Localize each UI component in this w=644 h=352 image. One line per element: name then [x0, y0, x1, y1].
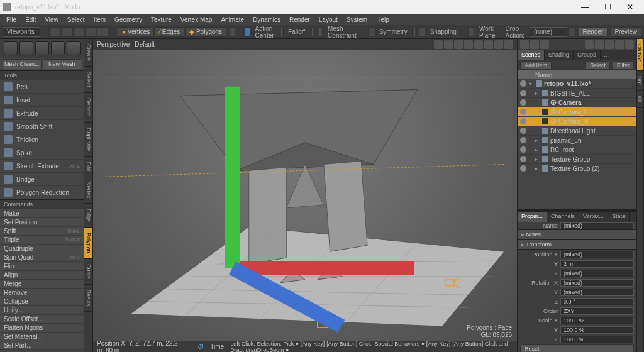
scene-item[interactable]: ⦿ Camera	[518, 98, 636, 107]
menu-vertex-map[interactable]: Vertex Map	[177, 15, 216, 25]
action-center-label[interactable]: Action Center	[253, 25, 277, 39]
tool-smooth-shift[interactable]: Smooth Shift	[0, 120, 84, 133]
cmd-split[interactable]: SplitCtrl-L	[0, 227, 84, 236]
cmd-unify---[interactable]: Unify...	[0, 306, 84, 315]
proptab-proper[interactable]: Proper...	[518, 212, 547, 222]
proptab-vertex[interactable]: Vertex...	[579, 212, 608, 222]
menu-help[interactable]: Help	[372, 15, 393, 25]
menu-animate[interactable]: Animate	[217, 15, 248, 25]
tool-icon[interactable]	[85, 27, 96, 37]
scene-item[interactable]: ⦿ Camera_L	[518, 107, 636, 117]
scene-item[interactable]: ▸Texture Group (2)	[518, 164, 636, 173]
edges-mode[interactable]: ∕ Edges	[155, 27, 184, 37]
panel-icon[interactable]	[585, 40, 594, 49]
menu-geometry[interactable]: Geometry	[111, 15, 146, 25]
shading-mode[interactable]: Default	[135, 41, 155, 48]
cmd-quadruple[interactable]: Quadruple	[0, 245, 84, 253]
vtab-right-0[interactable]: Cam/V...	[637, 39, 643, 71]
tool-spike[interactable]: Spike	[0, 146, 84, 160]
menu-view[interactable]: View	[41, 15, 62, 25]
panel-icon[interactable]	[540, 40, 549, 49]
panel-icon[interactable]	[605, 40, 614, 49]
select-button[interactable]: Select	[586, 61, 610, 70]
panel-icon[interactable]	[595, 40, 604, 49]
cmd-set-part---[interactable]: Set Part...	[0, 341, 84, 350]
mesh-constraint-label[interactable]: Mesh Constraint	[325, 25, 359, 39]
mesh-constraint-icon[interactable]	[317, 27, 323, 37]
menu-dynamics[interactable]: Dynamics	[249, 15, 284, 25]
cmd-set-position---[interactable]: Set Position...	[0, 218, 84, 227]
tool-icon[interactable]	[61, 27, 72, 37]
cmd-flatten-ngons[interactable]: Flatten Ngons	[0, 324, 84, 333]
vp-option-icon[interactable]	[494, 40, 503, 49]
menu-file[interactable]: File	[3, 15, 20, 25]
view-mode[interactable]: Perspective	[97, 41, 130, 48]
scale-tool-icon[interactable]	[35, 41, 49, 55]
tab-shading[interactable]: Shading	[545, 50, 574, 60]
snapping-label[interactable]: Snapping	[428, 28, 459, 35]
close-button[interactable]: ✕	[619, 0, 641, 14]
transform-field[interactable]: (mixed)	[560, 251, 634, 258]
transform-field[interactable]: 100.0 %	[560, 336, 634, 343]
tab-scenes[interactable]: Scenes	[518, 50, 545, 60]
render-button[interactable]: Render	[579, 27, 608, 37]
move-tool-icon[interactable]	[4, 41, 18, 55]
workplane-label[interactable]: Work Plane	[477, 25, 498, 39]
vtab-right-1[interactable]: Nut	[637, 71, 643, 91]
tool-inset[interactable]: Inset	[0, 94, 84, 107]
cmd-make[interactable]: Make	[0, 209, 84, 218]
proptab-channels[interactable]: Channels	[547, 212, 579, 222]
tool-icon[interactable]	[97, 27, 108, 37]
vtab-right-2[interactable]: Kit	[637, 91, 643, 108]
scene-item[interactable]: ▸BIGSITE_ALL	[518, 89, 636, 98]
minimize-button[interactable]: —	[574, 0, 596, 14]
scene-item[interactable]: ⦿ Camera_R	[518, 117, 636, 126]
viewports-dropdown[interactable]: Viewports	[3, 27, 40, 37]
tool-thicken[interactable]: Thicken	[0, 133, 84, 146]
menu-system[interactable]: System	[343, 15, 371, 25]
menu-texture[interactable]: Texture	[147, 15, 175, 25]
transform-field[interactable]: (mixed)	[560, 270, 634, 277]
rotate-tool-icon[interactable]	[19, 41, 33, 55]
vtab-create[interactable]: Create	[84, 39, 92, 67]
vertices-mode[interactable]: ● Vertices	[118, 27, 154, 37]
cmd-triple[interactable]: TripleShift-T	[0, 236, 84, 245]
symmetry-label[interactable]: Symmetry	[377, 28, 410, 35]
vp-option-icon[interactable]	[504, 40, 513, 49]
axis-gizmo[interactable]	[93, 50, 517, 341]
vp-option-icon[interactable]	[444, 40, 453, 49]
transform-section[interactable]: Transform	[518, 239, 636, 250]
vp-option-icon[interactable]	[454, 40, 463, 49]
transform-tool-icon[interactable]	[51, 41, 65, 55]
vtab-curve[interactable]: Curve	[84, 259, 92, 285]
cmd-align[interactable]: Align	[0, 271, 84, 280]
transform-field[interactable]: ZXY	[560, 307, 634, 315]
workplane-icon[interactable]	[468, 27, 474, 37]
menu-select[interactable]: Select	[64, 15, 89, 25]
tool-polygon-reduction[interactable]: Polygon Reduction	[0, 186, 84, 199]
vtab-vertex[interactable]: Vertex	[84, 177, 92, 204]
falloff-label[interactable]: Falloff	[286, 28, 308, 35]
transform-field[interactable]: 0.0 °	[560, 298, 634, 305]
tool-sketch-extrude[interactable]: Sketch ExtrudeAlt-E	[0, 160, 84, 173]
vtab-polygon[interactable]: Polygon	[84, 228, 92, 259]
vp-option-icon[interactable]	[474, 40, 483, 49]
panel-icon[interactable]	[625, 40, 634, 49]
transform-field[interactable]: (mixed)	[560, 289, 634, 296]
panel-icon[interactable]	[520, 40, 529, 49]
center-tool-icon[interactable]	[67, 41, 80, 55]
tool-icon[interactable]	[49, 27, 60, 37]
reset-button[interactable]: Reset	[520, 344, 634, 352]
tool-bridge[interactable]: Bridge	[0, 173, 84, 186]
scene-item[interactable]: ▸Texture Group	[518, 155, 636, 164]
vtab-edit[interactable]: Edit	[84, 157, 92, 177]
filter-button[interactable]: Filter	[613, 61, 634, 70]
transform-field[interactable]: (mixed)	[560, 279, 634, 287]
vtab-edge[interactable]: Edge	[84, 204, 92, 228]
notes-section[interactable]: Notes	[518, 229, 636, 239]
transform-field[interactable]: 100.0 %	[560, 317, 634, 324]
add-item-button[interactable]: Add Item	[520, 61, 552, 70]
new-mesh-button[interactable]: New Mesh	[43, 59, 82, 69]
vtab-deform[interactable]: Deform	[84, 93, 92, 123]
scene-item[interactable]: ▾retopo_v11.lxo*	[518, 79, 636, 89]
